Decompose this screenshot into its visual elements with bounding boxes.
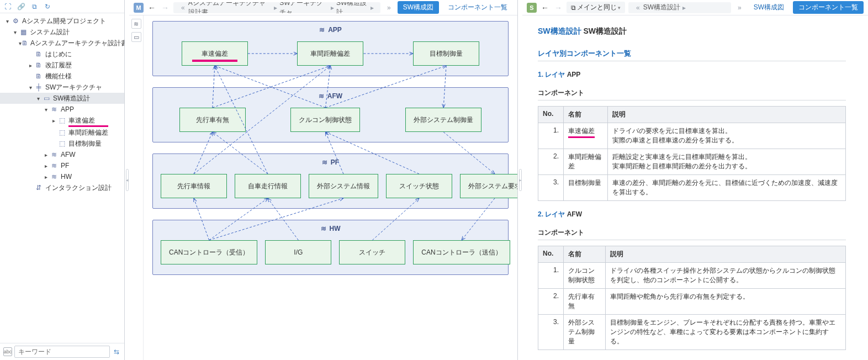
layer-name: PF (331, 158, 339, 166)
tree-item[interactable]: 🗎はじめに (0, 49, 124, 60)
tree-label: システム設計 (30, 28, 70, 37)
table-row[interactable]: 3.外部システム制御量目標制御量をエンジン、ブレーキそれぞれに分配する責務を持つ… (538, 315, 846, 350)
breadcrumb-right[interactable]: « SW構造設計▸ (628, 2, 731, 13)
tree-label: インタラクション設計 (45, 183, 112, 193)
table-row[interactable]: 1.クルコン制御状態ドライバの各種スイッチ操作と外部システムの状態からクルコンの… (538, 263, 846, 289)
filter-icon[interactable]: ⇆ (112, 347, 121, 356)
cell-no: 3. (538, 175, 564, 201)
tree-icon[interactable]: ⛶ (3, 2, 12, 11)
tree-item[interactable]: ▸≋AFW (0, 149, 124, 160)
tab-component-list[interactable]: コンポーネント一覧 (442, 1, 513, 14)
page-icon: 🗎 (34, 61, 43, 70)
doc-icon: 🗎 (22, 39, 28, 47)
crumb-overflow-r[interactable]: » (734, 4, 745, 12)
table-row[interactable]: 3.目標制御量車速の差分、車間距離の差分を元に、目標値に近づくための加速度、減速… (538, 175, 846, 201)
splitter-left[interactable]: ◂ (125, 0, 129, 360)
component-box[interactable]: スイッチ状態 (386, 174, 452, 198)
splitter-right[interactable]: ▸ (518, 0, 522, 360)
table-row[interactable]: 2.車間距離偏差距離設定と実車速を元に目標車間距離を算出。実車間距離と目標車間距… (538, 149, 846, 175)
component-label: 先行車情報 (177, 182, 210, 191)
tab-component-list-r[interactable]: コンポーネント一覧 (793, 1, 864, 14)
component-box[interactable]: 外部システム情報 (309, 174, 378, 198)
tree-item[interactable]: ▸⬚車速偏差 (0, 115, 124, 126)
nav-back-r[interactable]: ← (540, 3, 550, 12)
nav-forward[interactable]: → (160, 3, 170, 12)
tree-item[interactable]: ▸≋HW (0, 171, 124, 182)
component-box[interactable]: I/G (265, 240, 331, 264)
view-mode-button[interactable]: ⧉ メインと同じ ▾ (567, 2, 625, 13)
comp-icon: ⬚ (57, 116, 66, 125)
twisty-icon[interactable]: ▸ (27, 62, 34, 68)
doc-title: SW構造設計 SW構造設計 (538, 27, 846, 36)
rail-layers-icon[interactable]: ≋ (131, 19, 141, 29)
project-tree[interactable]: ▾⚙Aシステム開発プロジェクト▾▦システム設計▾🗎Aシステムアーキテクチャ設計書… (0, 13, 124, 343)
crumb[interactable]: SWアーキテクチャ (279, 2, 329, 13)
component-box[interactable]: 先行車情報 (161, 174, 227, 198)
tree-item[interactable]: ▾🗎Aシステムアーキテクチャ設計書 (0, 38, 124, 49)
component-box[interactable]: CANコントローラ（送信） (413, 240, 510, 264)
twisty-icon[interactable]: ▸ (42, 163, 50, 169)
component-box[interactable]: スイッチ (339, 240, 405, 264)
tree-item[interactable]: ▾⚙Aシステム開発プロジェクト (0, 15, 124, 27)
rail-fit-icon[interactable]: ▭ (131, 32, 141, 42)
layer-name: HW (330, 225, 341, 232)
component-subheading: コンポーネント (538, 86, 846, 100)
tree-item[interactable]: ▾╪SWアーキテクチャ (0, 82, 124, 93)
twisty-icon[interactable]: ▸ (42, 174, 50, 180)
component-box[interactable]: 自車走行情報 (235, 174, 301, 198)
tree-item[interactable]: ▾▭SW構造設計 (0, 93, 124, 104)
table-row[interactable]: 2.先行車有無車間距離や舵角から先行車の有無を判定する。 (538, 289, 846, 315)
tree-item[interactable]: ▾▦システム設計 (0, 27, 124, 38)
component-box[interactable]: CANコントローラ（受信） (161, 240, 257, 264)
crumb[interactable]: SW構造設計 (643, 3, 680, 12)
twisty-icon[interactable]: ▾ (3, 18, 11, 24)
diagram-canvas[interactable]: ≋APP車速偏差車間距離偏差目標制御量≋AFW先行車有無クルコン制御状態外部シス… (144, 15, 517, 360)
table-row[interactable]: 1.車速偏差ドライバの要求を元に目標車速を算出。実際の車速と目標車速の差分を算出… (538, 123, 846, 149)
component-box[interactable]: 車間距離偏差 (297, 41, 363, 66)
twisty-icon[interactable]: ▾ (27, 84, 34, 91)
tab-sw-diagram-r[interactable]: SW構成図 (748, 1, 790, 14)
tree-item[interactable]: ⬚目標制御量 (0, 138, 124, 149)
right-body: SW構造設計 SW構造設計 レイヤ別コンポーネント一覧1. レイヤ APPコンポ… (522, 15, 868, 360)
tree-item[interactable]: 🗎機能仕様 (0, 71, 124, 82)
tree-label: PF (61, 162, 69, 170)
crumb-overflow[interactable]: » (384, 4, 394, 12)
twisty-icon[interactable]: ▾ (11, 29, 19, 35)
tab-sw-diagram[interactable]: SW構成図 (398, 1, 439, 14)
layer-APP[interactable]: ≋APP車速偏差車間距離偏差目標制御量 (152, 21, 509, 76)
tree-item[interactable]: ⇵インタラクション設計 (0, 182, 124, 193)
col-desc: 説明 (606, 246, 846, 263)
layer-HW[interactable]: ≋HWCANコントローラ（受信）I/GスイッチCANコントローラ（送信） (152, 220, 509, 275)
twisty-icon[interactable]: ▾ (42, 107, 50, 113)
crumb[interactable]: SW構造設計 (336, 2, 368, 13)
nav-forward-r[interactable]: → (553, 3, 563, 12)
breadcrumb-main[interactable]: « Aシステムアーキテクチャ設計書▸ SWアーキテクチャ▸ SW構造設計▸ (173, 2, 380, 13)
component-box[interactable]: 目標制御量 (413, 41, 479, 66)
nav-back[interactable]: ← (147, 3, 157, 12)
component-box[interactable]: 外部システム要求 (460, 174, 517, 198)
doc-title-link[interactable]: SW構造設計 (538, 27, 581, 35)
layer-PF[interactable]: ≋PF先行車情報自車走行情報外部システム情報スイッチ状態外部システム要求 (152, 153, 509, 209)
search-input[interactable] (14, 346, 110, 358)
crumb[interactable]: Aシステムアーキテクチャ設計書 (188, 2, 272, 13)
twisty-icon[interactable]: ▸ (42, 152, 50, 158)
component-box[interactable]: 外部システム制御量 (405, 108, 481, 132)
twisty-icon[interactable]: ▸ (50, 118, 57, 124)
tree-item[interactable]: ▾≋APP (0, 104, 124, 115)
tree-item[interactable]: ▸🗎改訂履歴 (0, 60, 124, 71)
main-body: ≋ ▭ ≋APP車速偏差車間距離偏差目標制御量≋AFW先行車有無クルコン制御状態… (129, 15, 517, 360)
component-box[interactable]: クルコン制御状態 (290, 108, 360, 132)
tree-item[interactable]: ⬚車間距離偏差 (0, 127, 124, 138)
link-icon[interactable]: 🔗 (17, 2, 25, 11)
comp-icon: ⬚ (57, 139, 66, 148)
tree-label: SW構造設計 (53, 94, 90, 103)
refresh-icon[interactable]: ↻ (43, 2, 52, 11)
abc-icon[interactable]: abc (3, 347, 12, 356)
twisty-icon[interactable]: ▾ (34, 96, 42, 102)
tree-item[interactable]: ▸≋PF (0, 160, 124, 171)
component-box[interactable]: 車速偏差 (182, 41, 248, 66)
tree-label: Aシステムアーキテクチャ設計書 (30, 39, 124, 48)
component-box[interactable]: 先行車有無 (179, 108, 246, 132)
layer-AFW[interactable]: ≋AFW先行車有無クルコン制御状態外部システム制御量 (152, 87, 509, 142)
copy-icon[interactable]: ⧉ (30, 2, 39, 11)
